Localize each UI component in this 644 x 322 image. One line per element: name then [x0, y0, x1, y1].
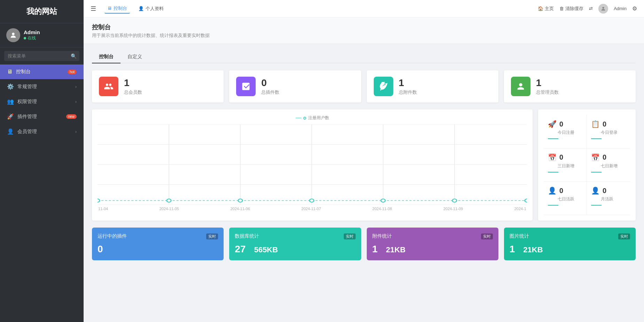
chart-legend-label: 注册用户数: [308, 115, 329, 121]
topbar-avatar: [598, 4, 608, 14]
seven-day-active-label: 七日活跃: [548, 196, 582, 202]
three-day-count: 0: [559, 153, 563, 161]
svg-point-18: [525, 199, 527, 202]
bc-img-badge: 实时: [618, 233, 630, 239]
sidebar-item-general[interactable]: ⚙️ 常规管理 ›: [0, 79, 84, 94]
admins-count: 1: [536, 77, 559, 89]
badge-new: new: [66, 114, 77, 119]
topbar-right-section: 🏠 主页 🗑 清除缓存 ⇄ Admin ⚙: [538, 4, 637, 14]
sidebar-item-label: 常规管理: [17, 84, 75, 90]
home-icon: 🏠: [538, 6, 543, 11]
trash-icon: 🗑: [559, 6, 564, 11]
topbar-nav-profile[interactable]: 👤 个人资料: [135, 4, 166, 13]
search-icon: 🔍: [71, 53, 77, 59]
svg-point-16: [381, 199, 385, 202]
search-container: 🔍: [4, 51, 79, 61]
chart-x-axis: 11-04 2024-11-05 2024-11-06 2024-11-07 2…: [98, 207, 527, 211]
plugins-icon: [236, 77, 256, 96]
sidebar-item-label: 权限管理: [17, 99, 75, 105]
admins-label: 总管理员数: [536, 89, 559, 95]
calendar-stat-icon: 📅: [548, 153, 557, 162]
bc-att-badge: 实时: [481, 233, 493, 239]
topbar-clear-cache-button[interactable]: 🗑 清除缓存: [559, 6, 583, 12]
topbar: ☰ 🖥 控制台 👤 个人资料 🏠 主页 🗑 清除缓存 ⇄ Admin: [84, 0, 644, 17]
x-label: 2024-11-09: [443, 207, 463, 211]
gear-icon: ⚙️: [7, 83, 14, 90]
login-stat-icon: 📋: [591, 120, 600, 128]
monthly-active-count: 0: [603, 187, 606, 195]
stat-today-register: 🚀 0 今日注册: [544, 115, 587, 148]
user-status: 在线: [28, 35, 36, 41]
members-count: 1: [124, 77, 142, 89]
sidebar-item-label: 会员管理: [17, 129, 75, 135]
content-area: 控制台 用于展示当前系统中的统计数据、统计报表及重要实时数据 控制台 自定义 1…: [84, 17, 644, 322]
stat-today-login: 📋 0 今日登录: [587, 115, 630, 148]
svg-point-14: [238, 199, 242, 202]
topbar-nav-dashboard[interactable]: 🖥 控制台: [104, 4, 130, 14]
sidebar-item-members[interactable]: 👤 会员管理 ›: [0, 124, 84, 139]
plugins-label: 总插件数: [261, 89, 279, 95]
bc-db-size: 565KB: [254, 245, 278, 254]
expand-icon: ⇄: [589, 6, 593, 11]
svg-point-17: [452, 199, 457, 202]
users-icon: 👥: [7, 98, 14, 105]
topbar-expand-icon[interactable]: ⇄: [589, 6, 593, 11]
bottom-cards-row: 运行中的插件 实时 0 数据库统计 实时 27 565KB: [92, 228, 636, 260]
mid-section: 注册用户数: [92, 109, 636, 221]
chart-area: 11-04 2024-11-05 2024-11-06 2024-11-07 2…: [98, 124, 527, 215]
tab-custom[interactable]: 自定义: [121, 51, 149, 63]
stat-card-admins: 1 总管理员数: [504, 70, 636, 102]
bc-db-badge: 实时: [344, 233, 356, 239]
site-logo: 我的网站: [0, 0, 84, 23]
rocket-icon: 🚀: [7, 113, 14, 120]
tab-dashboard[interactable]: 控制台: [92, 51, 121, 63]
main-content: ☰ 🖥 控制台 👤 个人资料 🏠 主页 🗑 清除缓存 ⇄ Admin: [84, 0, 644, 322]
today-login-count: 0: [603, 120, 606, 128]
avatar: [6, 28, 20, 42]
bc-plugins-badge: 实时: [206, 233, 218, 239]
side-stats-panel: 🚀 0 今日注册 📋 0 今日登录 📅: [538, 109, 636, 221]
bc-att-title: 附件统计: [372, 233, 392, 239]
bc-db-title: 数据库统计: [235, 233, 259, 239]
topbar-admin-name[interactable]: Admin: [614, 6, 627, 11]
badge-hot: hot: [68, 70, 77, 74]
svg-point-0: [12, 33, 14, 35]
clear-cache-label: 清除缓存: [565, 6, 583, 12]
sidebar-item-label: 插件管理: [17, 114, 64, 120]
sidebar-item-permissions[interactable]: 👥 权限管理 ›: [0, 94, 84, 109]
stat-card-plugins: 0 总插件数: [229, 70, 361, 102]
x-label: 2024-11-08: [372, 207, 392, 211]
members-icon: [99, 77, 118, 96]
hamburger-menu-icon[interactable]: ☰: [91, 5, 96, 13]
seven-day-new-count: 0: [603, 153, 606, 161]
today-register-count: 0: [559, 120, 563, 128]
topbar-profile-label: 个人资料: [146, 6, 164, 12]
bc-att-count: 1: [372, 244, 378, 255]
stat-bar: [591, 205, 602, 206]
stat-bar: [548, 138, 558, 139]
chevron-right-icon: ›: [75, 99, 77, 104]
sidebar-item-dashboard[interactable]: 🖥 控制台 hot: [0, 64, 84, 79]
stat-seven-day-active: 👤 0 七日活跃: [544, 182, 587, 215]
x-label: 2024-1: [514, 207, 526, 211]
seven-day-new-label: 七日新增: [591, 163, 626, 169]
rocket-stat-icon: 🚀: [548, 120, 557, 128]
svg-point-1: [602, 7, 604, 8]
x-label: 11-04: [98, 207, 108, 211]
stat-three-day: 📅 0 三日新增: [544, 148, 587, 182]
svg-point-15: [310, 199, 314, 202]
bottom-card-image-stats: 图片统计 实时 1 21KB: [504, 228, 636, 260]
topbar-dashboard-label: 控制台: [114, 5, 127, 12]
search-input[interactable]: [4, 51, 79, 61]
sidebar-item-plugins[interactable]: 🚀 插件管理 new: [0, 109, 84, 124]
topbar-dashboard-icon: 🖥: [107, 6, 112, 11]
seven-day-active-count: 0: [559, 187, 563, 195]
topbar-home-link[interactable]: 🏠 主页: [538, 6, 554, 12]
stat-cards-row: 1 总会员数 0 总插件数 1 总附件数: [92, 70, 636, 102]
page-subtitle: 用于展示当前系统中的统计数据、统计报表及重要实时数据: [92, 32, 636, 39]
attachments-count: 1: [399, 77, 417, 89]
svg-point-13: [167, 199, 171, 202]
bc-img-size: 21KB: [523, 245, 543, 254]
stat-bar: [548, 205, 558, 206]
settings-icon[interactable]: ⚙: [632, 5, 637, 12]
